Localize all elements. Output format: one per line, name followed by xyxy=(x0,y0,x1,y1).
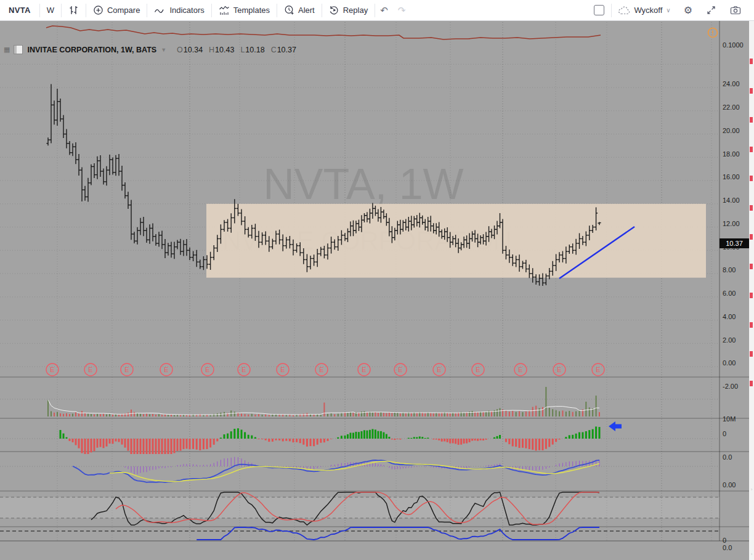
svg-text:E: E xyxy=(398,366,402,373)
cloud-icon xyxy=(618,6,630,15)
series-visibility-icon[interactable] xyxy=(14,45,23,54)
low-key: L xyxy=(240,46,245,54)
last-price-label: 10.37 xyxy=(720,238,749,248)
earnings-markers: EEEEEEEEEEEEEEE xyxy=(46,363,604,376)
indicator-tick-label: 0.0 xyxy=(723,453,732,461)
alert-clock-icon xyxy=(284,5,294,15)
rectangle-drawing[interactable] xyxy=(206,204,706,278)
svg-text:E: E xyxy=(205,366,209,373)
screenshot-button[interactable] xyxy=(723,0,748,20)
price-tick-label: 14.00 xyxy=(723,197,740,204)
svg-text:E: E xyxy=(88,366,92,373)
chart-style-button[interactable] xyxy=(62,0,86,20)
symbol-description: INVITAE CORPORATION, 1W, BATS xyxy=(27,46,156,54)
impulse-pane xyxy=(0,426,720,454)
indicator-tick-label: 0.00 xyxy=(723,481,736,489)
svg-text:E: E xyxy=(476,366,480,373)
camera-icon xyxy=(730,6,741,15)
price-tick-label: 18.00 xyxy=(723,150,740,158)
price-tick-label: 16.00 xyxy=(723,173,740,181)
alert-mark xyxy=(750,293,753,298)
alert-mark xyxy=(750,234,753,240)
chart-canvas[interactable]: NVTA, 1WINVITAE CORPORATIONEEEEEEEEEEEEE… xyxy=(0,20,754,560)
slow-line-pane xyxy=(0,527,720,540)
alert-mark xyxy=(750,322,753,328)
alert-button[interactable]: Alert xyxy=(277,0,322,20)
replay-button[interactable]: Replay xyxy=(322,0,375,20)
bar-style-icon xyxy=(68,5,79,15)
price-tick-label: 20.00 xyxy=(723,127,740,134)
svg-text:E: E xyxy=(437,366,441,373)
layout-name-label: Wyckoff xyxy=(634,6,662,15)
svg-text:E: E xyxy=(280,366,285,373)
fullscreen-button[interactable] xyxy=(699,0,723,20)
right-scroll-strip[interactable]: ›› xyxy=(749,20,754,560)
svg-text:E: E xyxy=(362,366,366,373)
stochastic-pane xyxy=(0,492,720,525)
overlay-scale-label: 0.1000 xyxy=(723,41,744,49)
svg-text:E: E xyxy=(50,366,54,373)
legend: ▦ INVITAE CORPORATION, 1W, BATS ▼ O10.34… xyxy=(4,45,296,54)
volume-tick-label: 10M xyxy=(723,415,736,423)
price-tick-label: 12.00 xyxy=(723,220,740,227)
alert-mark xyxy=(750,117,753,123)
alert-mark xyxy=(750,59,753,64)
close-key: C xyxy=(271,46,277,54)
templates-button[interactable]: Templates xyxy=(212,0,277,20)
chart-area[interactable]: NVTA, 1WINVITAE CORPORATIONEEEEEEEEEEEEE… xyxy=(0,20,754,560)
pane-separators xyxy=(0,20,749,541)
indicators-icon xyxy=(154,6,166,15)
templates-icon xyxy=(219,6,230,15)
price-tick-label: 6.00 xyxy=(723,290,736,297)
svg-text:E: E xyxy=(518,366,522,373)
compare-button[interactable]: Compare xyxy=(86,0,147,20)
layout-select-button[interactable] xyxy=(587,0,611,20)
macd-pane xyxy=(0,457,720,482)
close-value: 10.37 xyxy=(277,46,296,54)
price-tick-label: 22.00 xyxy=(723,103,740,111)
price-tick-label: 0.00 xyxy=(723,359,736,367)
strip-chevron-icon: › xyxy=(749,487,754,493)
arrow-drawing[interactable] xyxy=(609,421,622,431)
alert-mark xyxy=(750,88,753,94)
symbol-search-button[interactable]: NVTA xyxy=(0,6,39,15)
notification-circle-icon xyxy=(708,28,718,38)
replay-icon xyxy=(329,5,339,15)
price-tick-label: -2.00 xyxy=(723,383,738,390)
indicator-tick-label: 0.0 xyxy=(723,544,732,551)
pane-grid-icon[interactable]: ▦ xyxy=(4,46,9,54)
svg-text:E: E xyxy=(596,366,600,373)
high-value: 10.43 xyxy=(215,46,234,54)
single-layout-icon xyxy=(594,5,604,15)
alert-mark xyxy=(750,205,753,211)
open-value: 10.34 xyxy=(184,46,203,54)
volume-tick-label: 0 xyxy=(723,430,726,437)
top-toolbar: NVTA W Compare Indicators xyxy=(0,0,754,21)
price-tick-label: 24.00 xyxy=(723,80,740,87)
alert-mark xyxy=(750,351,753,357)
svg-text:NVTA, 1W: NVTA, 1W xyxy=(263,160,463,208)
alert-mark xyxy=(750,381,753,386)
alert-mark xyxy=(750,176,753,181)
price-tick-label: 2.00 xyxy=(723,336,736,344)
chevron-down-icon: ∨ xyxy=(666,7,670,14)
open-key: O xyxy=(177,46,183,54)
svg-text:E: E xyxy=(557,366,561,373)
interval-button[interactable]: W xyxy=(40,0,61,20)
indicators-button[interactable]: Indicators xyxy=(147,0,211,20)
svg-text:E: E xyxy=(124,366,129,373)
svg-text:E: E xyxy=(164,366,168,373)
undo-button[interactable]: ↶ xyxy=(375,5,393,16)
layout-name-menu[interactable]: Wyckoff ∨ xyxy=(612,0,676,20)
overlay-indicator-line xyxy=(46,26,601,39)
price-tick-label: 8.00 xyxy=(723,266,736,274)
svg-text:E: E xyxy=(319,366,323,373)
alert-mark xyxy=(750,264,753,269)
chart-settings-button[interactable]: ⚙ xyxy=(677,0,699,20)
indicator-tick-label: 0 xyxy=(723,537,726,544)
legend-caret-icon[interactable]: ▼ xyxy=(161,47,166,53)
fullscreen-icon xyxy=(706,5,716,15)
price-tick-label: 4.00 xyxy=(723,313,736,320)
redo-button[interactable]: ↷ xyxy=(393,5,411,16)
strip-chevron-icon: › xyxy=(749,551,754,558)
